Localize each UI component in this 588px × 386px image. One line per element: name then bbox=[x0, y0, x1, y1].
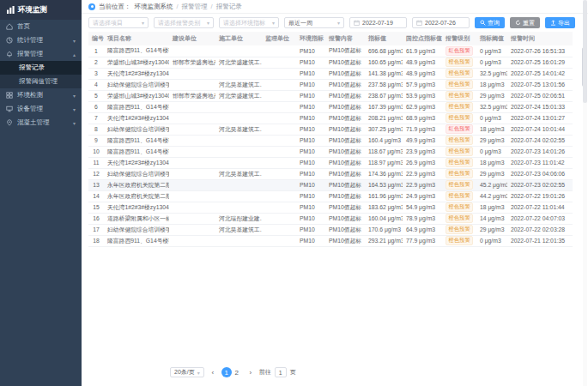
table-cell bbox=[215, 146, 262, 157]
end-date-input[interactable]: 2022-07-26 bbox=[412, 17, 470, 28]
table-row[interactable]: 10隆富路西911、G14号楼项目PM10PM10值超标118.67 μg/m3… bbox=[88, 146, 573, 157]
table-cell bbox=[262, 124, 296, 135]
table-cell: 河北荣盛建筑工… bbox=[215, 90, 262, 101]
table-row[interactable]: 13永年区政府机关院第二期zy1…PM10PM10值超标164.53 μg/m3… bbox=[88, 179, 573, 190]
alarm-type-select[interactable]: 请选择报警类别 ▾ bbox=[154, 17, 214, 28]
sidebar-item-device-management[interactable]: 设备管理 ▾ bbox=[0, 102, 82, 116]
breadcrumb-item-system[interactable]: 环境监测系统 bbox=[135, 3, 173, 11]
chevron-up-icon: ▴ bbox=[73, 51, 76, 57]
table-row[interactable]: 7天伦湾1#2#3#楼zy13042…PM10PM10值超标208.21 μg/… bbox=[88, 112, 573, 124]
time-range-select-value: 最近一周 bbox=[288, 19, 312, 27]
reset-button[interactable]: 重置 bbox=[510, 17, 540, 28]
table-cell: 48.9 μg/m3 bbox=[403, 68, 442, 79]
table-row[interactable]: 1隆富路西911、G14号楼项目PM10PM10值超标696.68 μg/m36… bbox=[88, 45, 573, 57]
table-cell bbox=[215, 190, 262, 202]
logo-chart-icon bbox=[7, 6, 15, 14]
table-row[interactable]: 12妇幼保健院综合培训楼项…河北昊基建筑工…PM10PM10值超标174.36 … bbox=[88, 168, 573, 179]
table-cell: 167.39 μg/m3 bbox=[365, 101, 403, 112]
table-cell: 2 bbox=[88, 57, 104, 68]
table-cell: 14 μg/m3 bbox=[476, 213, 507, 224]
sidebar-item-alarm-threshold[interactable]: 报警阈值管理 bbox=[0, 75, 82, 88]
app-root: 环境监测 首页 统计管理 ▾ 报警管理 ▴ 报警记录 报警阈值管理 环境检 bbox=[0, 0, 588, 386]
page-scrollbar-thumb[interactable] bbox=[583, 0, 587, 103]
table-row[interactable]: 15天伦湾1#2#3#楼zy13042…PM10PM10值超标183.62 μg… bbox=[88, 202, 573, 213]
env-indicator-select[interactable]: 请选择环境指标 ▾ bbox=[219, 17, 279, 28]
table-cell: 橙色预警 bbox=[442, 79, 476, 90]
table-cell: PM10 bbox=[296, 90, 325, 101]
table-cell: PM10值超标 bbox=[325, 79, 365, 90]
page-scrollbar[interactable] bbox=[583, 0, 587, 386]
table-cell: 57.9 μg/m3 bbox=[403, 79, 442, 90]
table-row[interactable]: 8妇幼保健院综合培训楼项…河北昊基建筑工…PM10PM10值超标307.25 μ… bbox=[88, 124, 573, 135]
table-cell: 天伦湾1#2#3#楼zy13042… bbox=[104, 112, 169, 124]
table-cell: 26.9 μg/m3 bbox=[403, 157, 442, 168]
table-cell: PM10值超标 bbox=[325, 179, 365, 190]
start-date-input[interactable]: 2022-07-19 bbox=[349, 17, 407, 28]
table-cell: 隆富路西911、G14号楼项目 bbox=[104, 45, 169, 57]
table-cell: PM10值超标 bbox=[325, 190, 365, 202]
table-cell: 11 bbox=[88, 157, 104, 168]
table-cell: 2022-07-25 02:06:51 bbox=[507, 90, 573, 101]
column-header: 施工单位 bbox=[215, 32, 262, 45]
table-cell: PM10值超标 bbox=[325, 124, 365, 135]
table-cell: 天伦湾1#2#3#楼zy13042… bbox=[104, 68, 169, 79]
sidebar-item-statistics[interactable]: 统计管理 ▾ bbox=[0, 33, 82, 47]
project-select[interactable]: 请选择项目 ▾ bbox=[88, 17, 149, 28]
sidebar-item-concrete-management[interactable]: 混凝土管理 ▾ bbox=[0, 116, 82, 130]
table-row[interactable]: 16道路桥梁附属和小区一标段b…河北瑞彤建业建…PM10PM10值超标160.0… bbox=[88, 213, 573, 224]
alarm-level-badge: 橙色预警 bbox=[446, 202, 473, 212]
export-button[interactable]: 导出 bbox=[545, 17, 575, 28]
table-cell: 293.21 μg/m3 bbox=[365, 235, 403, 246]
table-cell: 141.38 μg/m3 bbox=[365, 68, 403, 79]
table-cell: 13 bbox=[88, 179, 104, 190]
sidebar-item-environment-monitor[interactable]: 环境检测 ▾ bbox=[0, 88, 82, 102]
table-cell: 208.21 μg/m3 bbox=[365, 112, 403, 124]
sidebar-item-home[interactable]: 首页 bbox=[0, 20, 82, 33]
page-size-select[interactable]: 20条/页 ▾ bbox=[170, 367, 204, 377]
table-row[interactable]: 4妇幼保健院综合培训楼项…河北昊基建筑工…PM10PM10值超标237.58 μ… bbox=[88, 79, 573, 90]
jump-suffix-label: 页 bbox=[290, 368, 296, 377]
time-range-select[interactable]: 最近一周 ▾ bbox=[284, 17, 344, 28]
table-row[interactable]: 6隆富路西911、G14号楼项目PM10PM10值超标167.39 μg/m36… bbox=[88, 101, 573, 112]
breadcrumb-item-alarm-records[interactable]: 报警记录 bbox=[216, 3, 242, 11]
table-cell: 44.2 μg/m3 bbox=[476, 190, 507, 202]
table-cell: 橙色预警 bbox=[442, 202, 476, 213]
table-row[interactable]: 18隆富路西911、G14号楼项目PM10PM10值超标293.21 μg/m3… bbox=[88, 235, 573, 246]
table-cell bbox=[262, 235, 296, 246]
table-cell: 237.58 μg/m3 bbox=[365, 79, 403, 90]
table-row[interactable]: 3天伦湾1#2#3#楼zy13042…PM10PM10值超标141.38 μg/… bbox=[88, 68, 573, 79]
table-row[interactable]: 9隆富路西911、G14号楼项目PM10PM10值超标160.4 μg/m349… bbox=[88, 135, 573, 146]
next-page-button[interactable]: › bbox=[246, 367, 256, 377]
table-row[interactable]: 14永年区政府机关院第二期zy1…PM10PM10值超标161.96 μg/m3… bbox=[88, 190, 573, 202]
table-row[interactable]: 2荣盛邯山城3#楼zy13040…邯郸市荣盛房地产…河北荣盛建筑工…PM10PM… bbox=[88, 57, 573, 68]
search-button[interactable]: 查询 bbox=[475, 17, 505, 28]
table-cell: PM10 bbox=[296, 124, 325, 135]
table-row[interactable]: 5荣盛邯山城3#楼zy13040…邯郸市荣盛房地产…河北荣盛建筑工…PM10PM… bbox=[88, 90, 573, 101]
table-cell bbox=[262, 112, 296, 124]
sidebar-item-alarm-management[interactable]: 报警管理 ▴ bbox=[0, 47, 82, 61]
table-cell: 2022-07-22 19:01:26 bbox=[507, 190, 573, 202]
page-size-value: 20条/页 bbox=[174, 368, 195, 377]
jump-page-input[interactable] bbox=[275, 367, 287, 377]
table-cell: 18 μg/m3 bbox=[476, 124, 507, 135]
prev-page-button[interactable]: ‹ bbox=[208, 367, 218, 377]
filter-bar: 请选择项目 ▾ 请选择报警类别 ▾ 请选择环境指标 ▾ 最近一周 ▾ 2022-… bbox=[82, 14, 588, 31]
page-number-button[interactable]: 1 bbox=[221, 367, 232, 377]
table-row[interactable]: 11天伦湾1#2#3#楼zy13042…PM10PM10值超标118.97 μg… bbox=[88, 157, 573, 168]
table-cell: 32.5 μg/m3 bbox=[476, 101, 507, 112]
table-cell: PM10 bbox=[296, 202, 325, 213]
table-cell: 23.9 μg/m3 bbox=[403, 146, 442, 157]
chevron-down-icon: ▾ bbox=[73, 38, 76, 44]
breadcrumb-item-alarm-management[interactable]: 报警管理 bbox=[182, 3, 208, 11]
table-row[interactable]: 17妇幼保健院综合培训楼项…河北昊基建筑工…PM10PM10值超标170.6 μ… bbox=[88, 224, 573, 235]
table-cell bbox=[169, 202, 215, 213]
table-cell bbox=[215, 112, 262, 124]
chevron-down-icon: ▾ bbox=[142, 20, 144, 26]
column-header: 建设单位 bbox=[169, 32, 215, 45]
table-cell bbox=[169, 45, 215, 57]
alarm-level-badge: 橙色预警 bbox=[446, 102, 473, 112]
table-cell: 河北昊基建筑工… bbox=[215, 168, 262, 179]
table-cell: 29 μg/m3 bbox=[476, 168, 507, 179]
page-number-button[interactable]: 2 bbox=[232, 367, 242, 377]
sidebar-item-alarm-records[interactable]: 报警记录 bbox=[0, 61, 82, 75]
